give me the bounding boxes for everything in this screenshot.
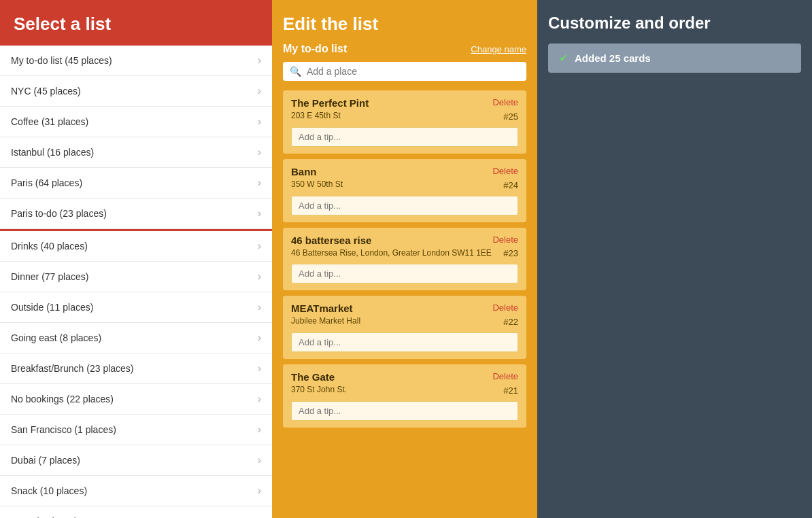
list-item-arrow-icon: › [258, 424, 261, 436]
place-meta: 203 E 45th St #25 [291, 110, 518, 122]
place-number: #22 [503, 317, 518, 327]
added-cards-text: Added 25 cards [575, 52, 651, 64]
places-list: The Perfect Pint Delete 203 E 45th St #2… [283, 90, 526, 504]
list-item-label: My to-do list (45 places) [11, 55, 112, 66]
list-name: My to-do list [283, 43, 347, 55]
place-meta: 350 W 50th St #24 [291, 179, 518, 190]
list-item-arrow-icon: › [258, 54, 261, 67]
list-item[interactable]: Paris to-do (23 places) › [0, 198, 272, 229]
list-item[interactable]: Party (7 places) › [0, 506, 272, 518]
place-meta: 46 Battersea Rise, London, Greater Londo… [291, 247, 518, 259]
list-item-arrow-icon: › [258, 116, 261, 128]
place-card-header: The Gate Delete [291, 371, 518, 383]
list-item-label: San Francisco (1 places) [11, 424, 116, 435]
list-item-label: Dubai (7 places) [11, 455, 80, 466]
search-input[interactable] [307, 66, 520, 77]
place-number: #25 [503, 111, 518, 122]
list-item-arrow-icon: › [258, 362, 261, 375]
place-card-header: MEATmarket Delete [291, 303, 518, 314]
list-item[interactable]: Paris (64 places) › [0, 168, 272, 198]
list-item-arrow-icon: › [258, 177, 261, 189]
list-item-arrow-icon: › [258, 271, 261, 283]
place-number: #24 [503, 180, 518, 190]
place-card: 46 battersea rise Delete 46 Battersea Ri… [283, 228, 526, 291]
list-item-label: Coffee (31 places) [11, 116, 88, 127]
search-bar: 🔍 [283, 62, 526, 81]
place-name: MEATmarket [291, 303, 353, 314]
list-item[interactable]: No bookings (22 places) › [0, 384, 272, 415]
list-item-label: Drinks (40 places) [11, 241, 88, 252]
place-name: 46 battersea rise [291, 235, 371, 246]
place-card: The Gate Delete 370 St John St. #21 [283, 364, 526, 428]
place-card-header: The Perfect Pint Delete [291, 97, 518, 109]
tip-input[interactable] [291, 332, 518, 352]
place-name: The Perfect Pint [291, 97, 369, 109]
list-item-arrow-icon: › [258, 240, 261, 252]
right-panel: Customize and order ✔ Added 25 cards [537, 0, 812, 518]
list-item[interactable]: My to-do list (45 places) › [0, 46, 272, 76]
list-item[interactable]: Going east (8 places) › [0, 323, 272, 353]
place-number: #23 [503, 248, 518, 258]
list-item-arrow-icon: › [258, 515, 261, 518]
place-name: The Gate [291, 371, 335, 383]
delete-button[interactable]: Delete [492, 166, 518, 176]
list-item[interactable]: Dubai (7 places) › [0, 445, 272, 476]
list-item-label: Going east (8 places) [11, 332, 101, 343]
middle-panel-title: Edit the list [283, 14, 526, 35]
list-name-row: My to-do list Change name [283, 43, 526, 55]
place-number: #21 [503, 385, 518, 396]
place-card-header: Bann Delete [291, 166, 518, 177]
list-item-arrow-icon: › [258, 146, 261, 158]
place-card: The Perfect Pint Delete 203 E 45th St #2… [283, 90, 526, 154]
list-item[interactable]: Drinks (40 places) › [0, 231, 272, 262]
list-item-arrow-icon: › [258, 332, 261, 344]
list-item-arrow-icon: › [258, 454, 261, 466]
place-address: 350 W 50th St [291, 179, 498, 190]
middle-panel: Edit the list My to-do list Change name … [272, 0, 537, 518]
tip-input[interactable] [291, 127, 518, 147]
delete-button[interactable]: Delete [492, 235, 518, 245]
added-cards-badge: ✔ Added 25 cards [548, 44, 801, 73]
search-icon: 🔍 [290, 66, 301, 77]
change-name-link[interactable]: Change name [471, 44, 526, 54]
list-item[interactable]: Outside (11 places) › [0, 292, 272, 323]
list-items: My to-do list (45 places) › NYC (45 plac… [0, 46, 272, 518]
right-panel-title: Customize and order [548, 14, 801, 33]
list-item-arrow-icon: › [258, 85, 261, 97]
list-item-label: NYC (45 places) [11, 86, 81, 97]
place-address: 203 E 45th St [291, 110, 498, 122]
list-item[interactable]: Snack (10 places) › [0, 476, 272, 506]
delete-button[interactable]: Delete [492, 303, 518, 313]
place-address: 46 Battersea Rise, London, Greater Londo… [291, 247, 498, 259]
list-item-label: Breakfast/Brunch (23 places) [11, 363, 134, 374]
list-item[interactable]: Breakfast/Brunch (23 places) › [0, 353, 272, 384]
tip-input[interactable] [291, 264, 518, 283]
list-item[interactable]: San Francisco (1 places) › [0, 415, 272, 445]
delete-button[interactable]: Delete [492, 371, 518, 381]
place-address: Jubilee Market Hall [291, 315, 498, 327]
list-item[interactable]: NYC (45 places) › [0, 76, 272, 107]
delete-button[interactable]: Delete [492, 97, 518, 107]
list-item[interactable]: Istanbul (16 places) › [0, 137, 272, 168]
list-item-label: Istanbul (16 places) [11, 147, 94, 158]
list-item[interactable]: Dinner (77 places) › [0, 262, 272, 292]
place-address: 370 St John St. [291, 384, 498, 396]
list-item-label: Dinner (77 places) [11, 271, 88, 282]
list-item-label: Snack (10 places) [11, 485, 87, 496]
place-card: MEATmarket Delete Jubilee Market Hall #2… [283, 296, 526, 359]
list-item-arrow-icon: › [258, 393, 261, 405]
place-name: Bann [291, 166, 317, 177]
list-item[interactable]: Coffee (31 places) › [0, 107, 272, 137]
list-item-label: Outside (11 places) [11, 302, 93, 313]
list-item-label: Paris (64 places) [11, 177, 82, 188]
list-item-arrow-icon: › [258, 301, 261, 313]
place-card: Bann Delete 350 W 50th St #24 [283, 159, 526, 222]
tip-input[interactable] [291, 196, 518, 215]
list-item-label: Paris to-do (23 places) [11, 208, 107, 219]
left-panel-title: Select a list [0, 14, 272, 46]
list-item-arrow-icon: › [258, 207, 261, 220]
list-item-arrow-icon: › [258, 485, 261, 497]
list-item-label: No bookings (22 places) [11, 394, 114, 404]
place-meta: Jubilee Market Hall #22 [291, 315, 518, 327]
tip-input[interactable] [291, 401, 518, 421]
